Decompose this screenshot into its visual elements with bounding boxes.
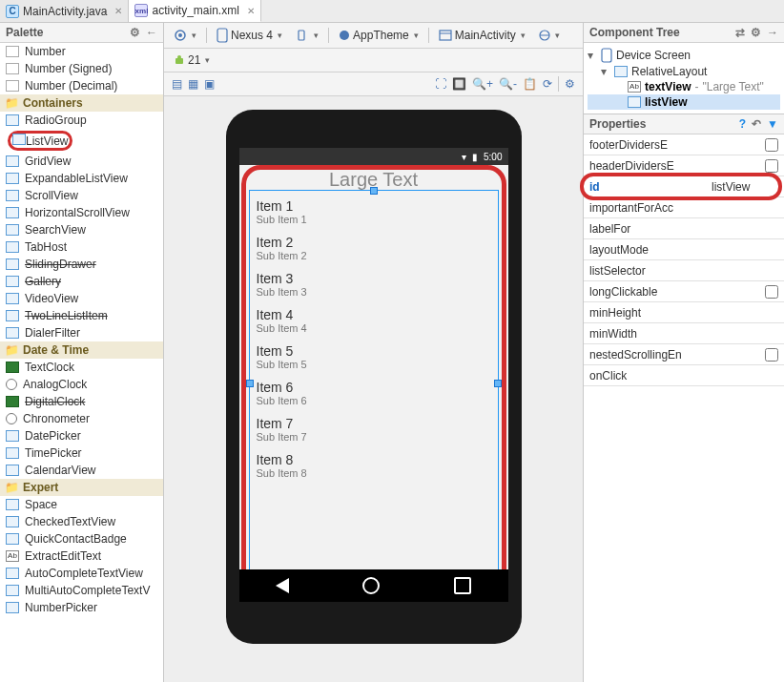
nav-recent-icon[interactable] [454,577,471,594]
palette-item-chronometer[interactable]: Chronometer [0,410,163,427]
property-row-labelfor[interactable]: labelFor [584,218,784,239]
palette-item-autocompletetextview[interactable]: AutoCompleteTextView [0,565,163,582]
palette-item-digitalclock[interactable]: DigitalClock [0,393,163,410]
property-row-onclick[interactable]: onClick [584,365,784,386]
align-left-icon[interactable]: ▤ [172,77,182,91]
palette-item-analogclock[interactable]: AnalogClock [0,376,163,393]
property-row-id[interactable]: idlistView [584,176,784,197]
list-item[interactable]: Item 1Sub Item 1 [255,194,493,230]
property-row-layoutmode[interactable]: layoutMode [584,239,784,260]
palette-item-datepicker[interactable]: DatePicker [0,427,163,444]
api-level-dropdown[interactable]: 21 [170,52,214,68]
palette-item-slidingdrawer[interactable]: SlidingDrawer [0,256,163,273]
palette-item-radiogroup[interactable]: RadioGroup [0,112,163,129]
list-item[interactable]: Item 6Sub Item 6 [255,375,493,411]
palette-item-timepicker[interactable]: TimePicker [0,444,163,462]
device-screen[interactable]: ▾ ▮ 5:00 Large Text Item 1Sub Item 1Item… [239,148,508,602]
nav-back-icon[interactable] [276,578,289,593]
palette-category[interactable]: 📁Date & Time [0,341,163,359]
align-center-icon[interactable]: ▦ [188,77,198,91]
property-row-nestedscrollingen[interactable]: nestedScrollingEn [584,344,784,365]
palette-item-videoview[interactable]: VideoView [0,290,163,307]
property-row-minwidth[interactable]: minWidth [584,323,784,344]
property-row-importantforacc[interactable]: importantForAcc [584,197,784,218]
clipboard-icon[interactable]: 📋 [523,77,537,91]
activity-dropdown[interactable]: MainActivity [435,28,529,43]
property-checkbox[interactable] [765,138,778,152]
gear-icon[interactable]: ⚙ [130,26,140,39]
property-row-listselector[interactable]: listSelector [584,260,784,281]
palette-item-calendarview[interactable]: CalendarView [0,462,163,479]
zoom-in-icon[interactable]: 🔍+ [472,77,493,91]
list-item[interactable]: Item 7Sub Item 7 [255,411,493,447]
palette-item-listview[interactable]: ListView [0,129,163,153]
palette-item-number[interactable]: Number [0,43,163,60]
palette-item-checkedtextview[interactable]: CheckedTextView [0,513,163,530]
property-row-footerdividerse[interactable]: footerDividersE [584,134,784,155]
palette-item-horizontalscrollview[interactable]: HorizontalScrollView [0,204,163,221]
property-row-longclickable[interactable]: longClickable [584,281,784,302]
component-tree[interactable]: ▾ Device Screen ▾ RelativeLayout Ab text… [584,43,784,114]
palette-item-extractedittext[interactable]: AbExtractEditText [0,548,163,565]
list-item[interactable]: Item 8Sub Item 8 [255,447,493,484]
device-dropdown[interactable]: Nexus 4 [213,27,286,44]
palette-item-space[interactable]: Space [0,496,163,513]
palette-item-twolinelistitem[interactable]: TwoLineListItem [0,307,163,324]
property-checkbox[interactable] [765,348,778,362]
undo-icon[interactable]: ↶ [752,117,761,131]
align-stretch-icon[interactable]: ▣ [204,77,215,91]
properties-list[interactable]: footerDividersEheaderDividersEidlistView… [584,134,784,386]
chevron-left-icon[interactable]: ← [146,26,157,39]
refresh-icon[interactable]: ⟳ [543,77,552,91]
palette-item-number-decimal-[interactable]: Number (Decimal) [0,77,163,94]
property-row-headerdividerse[interactable]: headerDividersE [584,155,784,176]
orientation-dropdown[interactable] [292,28,322,43]
tree-device-screen[interactable]: ▾ Device Screen [588,47,780,64]
filter-icon[interactable]: ▼ [767,117,778,131]
palette-item-number-signed-[interactable]: Number (Signed) [0,60,163,77]
chevron-right-icon[interactable]: → [767,26,778,39]
nav-home-icon[interactable] [362,577,380,594]
help-icon[interactable]: ? [739,117,746,131]
list-item[interactable]: Item 2Sub Item 2 [255,230,493,266]
palette-item-multiautocompletetextv[interactable]: MultiAutoCompleteTextV [0,582,163,599]
list-item[interactable]: Item 4Sub Item 4 [255,302,493,339]
zoom-actual-icon[interactable]: 🔲 [452,77,466,91]
zoom-fit-icon[interactable]: ⛶ [435,77,446,91]
property-value[interactable]: listView [712,180,778,194]
palette-item-expandablelistview[interactable]: ExpandableListView [0,170,163,187]
palette-item-gallery[interactable]: Gallery [0,273,163,290]
property-checkbox[interactable] [765,159,778,173]
palette-item-scrollview[interactable]: ScrollView [0,187,163,204]
palette-item-numberpicker[interactable]: NumberPicker [0,599,163,616]
resize-handle-right[interactable] [494,380,502,387]
listview-preview[interactable]: Item 1Sub Item 1Item 2Sub Item 2Item 3Su… [255,194,493,573]
palette-category[interactable]: 📁Expert [0,479,163,496]
zoom-out-icon[interactable]: 🔍- [499,77,517,91]
tree-relativelayout[interactable]: ▾ RelativeLayout [588,64,780,79]
palette-item-tabhost[interactable]: TabHost [0,238,163,256]
palette-item-quickcontactbadge[interactable]: QuickContactBadge [0,530,163,548]
property-row-minheight[interactable]: minHeight [584,302,784,323]
expand-icon[interactable]: ⇄ [735,26,745,39]
palette-item-gridview[interactable]: GridView [0,153,163,170]
close-icon[interactable]: ✕ [247,6,255,16]
resize-handle-left[interactable] [246,380,254,387]
theme-dropdown[interactable]: AppTheme [335,28,423,43]
gear-icon[interactable]: ⚙ [565,77,575,91]
close-icon[interactable]: ✕ [114,6,122,16]
list-item[interactable]: Item 3Sub Item 3 [255,266,493,302]
palette-item-searchview[interactable]: SearchView [0,221,163,238]
tree-textview[interactable]: Ab textView - "Large Text" [588,79,780,94]
palette-category[interactable]: 📁Containers [0,94,163,112]
palette-list[interactable]: NumberNumber (Signed)Number (Decimal)📁Co… [0,43,163,672]
list-item[interactable]: Item 5Sub Item 5 [255,339,493,375]
locale-dropdown[interactable] [535,29,564,42]
palette-item-textclock[interactable]: TextClock [0,359,163,376]
tab-activity-main-xml[interactable]: xml activity_main.xml ✕ [129,0,260,22]
tree-listview[interactable]: listView [588,94,780,110]
tab-mainactivity-java[interactable]: C MainActivity.java ✕ [0,0,129,22]
design-view-dropdown[interactable] [170,28,200,43]
palette-item-dialerfilter[interactable]: DialerFilter [0,324,163,341]
gear-icon[interactable]: ⚙ [751,26,761,39]
